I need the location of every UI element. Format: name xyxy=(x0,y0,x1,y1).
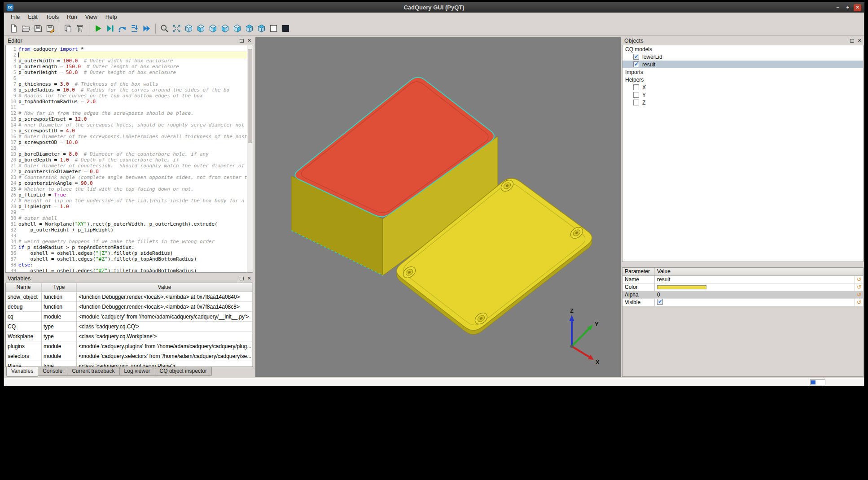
checkbox-result[interactable] xyxy=(633,61,639,67)
code-line[interactable]: # Outer diameter of countersink. Should … xyxy=(18,163,247,169)
checkbox-lowerlid[interactable] xyxy=(633,54,639,60)
visible-checkbox[interactable] xyxy=(657,299,663,305)
view-left-icon[interactable] xyxy=(219,22,231,35)
code-line[interactable] xyxy=(18,105,247,110)
objects-close-icon[interactable]: ✕ xyxy=(858,39,862,43)
code-line[interactable]: p_flipLid = True xyxy=(18,192,247,198)
minimize-button[interactable]: − xyxy=(834,4,842,11)
reset-icon[interactable]: ↺ xyxy=(855,299,863,306)
menu-item-view[interactable]: View xyxy=(81,13,101,21)
objects-tree[interactable]: CQ modelslowerLidresultImportsHelpersXYZ xyxy=(622,45,864,262)
reset-icon[interactable]: ↺ xyxy=(855,292,863,298)
maximize-button[interactable]: + xyxy=(844,4,851,11)
tab-log-viewer[interactable]: Log viewer xyxy=(119,367,155,376)
table-row[interactable]: debugfunction<function Debugger.render.<… xyxy=(6,302,253,312)
code-line[interactable]: oshell = oshell.edges("|Z").fillet(p_sid… xyxy=(18,250,247,256)
code-line[interactable]: p_screwpostInset = 12.0 xyxy=(18,116,247,122)
table-row[interactable]: selectorsmodule<module 'cadquery.selecto… xyxy=(6,351,253,361)
reset-icon[interactable]: ↺ xyxy=(855,284,863,291)
code-line[interactable]: p_outerLength = 150.0 # Outer length of … xyxy=(18,64,247,70)
save-as-icon[interactable] xyxy=(44,22,56,35)
table-row[interactable]: pluginsmodule<module 'cadquery.plugins' … xyxy=(6,341,253,351)
table-row[interactable]: cqmodule<module 'cadquery' from '/home/a… xyxy=(6,312,253,322)
code-line[interactable]: from cadquery import * xyxy=(18,46,247,52)
wireframe-icon[interactable] xyxy=(267,22,280,35)
code-line[interactable]: oshell = Workplane("XY").rect(p_outerWid… xyxy=(18,221,247,227)
code-line[interactable]: p_thickness = 3.0 # Thickness of the box… xyxy=(18,81,247,87)
menu-item-edit[interactable]: Edit xyxy=(24,13,42,21)
code-line[interactable] xyxy=(18,75,247,81)
checkbox-x[interactable] xyxy=(633,84,639,90)
tab-console[interactable]: Console xyxy=(38,367,67,376)
variables-float-icon[interactable] xyxy=(240,277,244,280)
variables-close-icon[interactable]: ✕ xyxy=(247,276,251,280)
code-line[interactable]: p_boreDepth = 1.0 # Depth of the counter… xyxy=(18,157,247,163)
tree-item-result[interactable]: result xyxy=(623,61,863,68)
code-line[interactable]: oshell = oshell.edges("#Z").fillet(p_top… xyxy=(18,256,247,262)
view-back-icon[interactable] xyxy=(207,22,219,35)
checkbox-y[interactable] xyxy=(633,92,639,98)
code-line[interactable] xyxy=(18,233,247,239)
view-iso-icon[interactable] xyxy=(183,22,195,35)
tab-cq-object-inspector[interactable]: CQ object inspector xyxy=(155,367,212,376)
code-line[interactable]: p_countersinkAngle = 90.0 xyxy=(18,180,247,186)
code-line[interactable] xyxy=(18,145,247,151)
objects-dock-header[interactable]: Objects ✕ xyxy=(622,37,864,45)
code-line[interactable] xyxy=(18,209,247,215)
new-file-icon[interactable] xyxy=(8,22,20,35)
copy-icon[interactable] xyxy=(62,22,74,35)
viewport-panel[interactable]: Z Y X xyxy=(255,37,621,377)
code-line[interactable]: p_lipHeight = 1.0 xyxy=(18,204,247,209)
parameter-row-visible[interactable]: Visible↺ xyxy=(623,299,863,306)
editor-close-icon[interactable]: ✕ xyxy=(247,39,251,43)
variables-dock-header[interactable]: Variables ✕ xyxy=(5,275,253,283)
step-over-icon[interactable] xyxy=(116,22,128,35)
code-line[interactable]: # Height of lip on the underside of the … xyxy=(18,198,247,204)
menu-item-run[interactable]: Run xyxy=(63,13,81,21)
title-bar[interactable]: cq CadQuery GUI (PyQT) − + ✕ xyxy=(4,3,864,13)
editor-scrollbar[interactable] xyxy=(247,45,253,272)
step-into-icon[interactable] xyxy=(128,22,140,35)
code-line[interactable]: p_screwpostID = 4.0 xyxy=(18,128,247,134)
editor-scrollbar-thumb[interactable] xyxy=(248,49,252,143)
open-folder-icon[interactable] xyxy=(20,22,32,35)
menu-item-help[interactable]: Help xyxy=(101,13,121,21)
viewport-3d[interactable]: Z Y X xyxy=(255,37,621,377)
variables-table[interactable]: NameTypeValue show_objectfunction<functi… xyxy=(5,283,253,367)
shaded-icon[interactable] xyxy=(280,22,292,35)
tree-item-x[interactable]: X xyxy=(623,83,863,91)
code-line[interactable]: # outer shell xyxy=(18,215,247,221)
table-row[interactable]: Planetype<class 'cadquery.occ_impl.geom.… xyxy=(6,361,253,367)
view-right-icon[interactable] xyxy=(231,22,243,35)
code-line[interactable]: p_boreDiameter = 8.0 # Diameter of the c… xyxy=(18,151,247,157)
table-row[interactable]: show_objectfunction<function Debugger.re… xyxy=(6,292,253,302)
zoom-icon[interactable] xyxy=(158,22,171,35)
code-line[interactable]: else: xyxy=(18,262,247,268)
menu-item-tools[interactable]: Tools xyxy=(42,13,63,21)
editor-float-icon[interactable] xyxy=(240,39,244,43)
code-line[interactable]: # Radius for the curves on the top and b… xyxy=(18,93,247,99)
debug-icon[interactable] xyxy=(104,22,116,35)
delete-icon[interactable] xyxy=(74,22,86,35)
continue-icon[interactable] xyxy=(140,22,153,35)
code-line[interactable]: # Outer Diameter of the screwposts.\nDet… xyxy=(18,134,247,140)
checkbox-z[interactable] xyxy=(633,100,639,105)
close-button[interactable]: ✕ xyxy=(854,4,861,11)
code-line[interactable]: # nner Diameter of the screwpost holes, … xyxy=(18,122,247,128)
tree-item-lowerlid[interactable]: lowerLid xyxy=(623,53,863,61)
save-icon[interactable] xyxy=(32,22,44,35)
code-line[interactable]: p_outerHeight = 50.0 # Outer height of b… xyxy=(18,70,247,75)
code-line[interactable]: if p_sideRadius > p_topAndBottomRadius: xyxy=(18,244,247,250)
tree-item-z[interactable]: Z xyxy=(623,99,863,106)
view-front-icon[interactable] xyxy=(195,22,207,35)
code-line[interactable] xyxy=(18,52,247,58)
table-row[interactable]: Workplanetype<class 'cadquery.cq.Workpla… xyxy=(6,332,253,341)
tree-item-y[interactable]: Y xyxy=(623,91,863,99)
code-line[interactable]: p_outerWidth = 100.0 # Outer width of bo… xyxy=(18,58,247,64)
code-editor[interactable]: 1234567891011121314151617181920212223242… xyxy=(5,45,253,273)
run-icon[interactable] xyxy=(92,22,104,35)
view-top-icon[interactable] xyxy=(243,22,255,35)
code-line[interactable]: # How far in from the edges the screwpos… xyxy=(18,110,247,116)
editor-dock-header[interactable]: Editor ✕ xyxy=(5,37,253,45)
fit-icon[interactable] xyxy=(171,22,183,35)
